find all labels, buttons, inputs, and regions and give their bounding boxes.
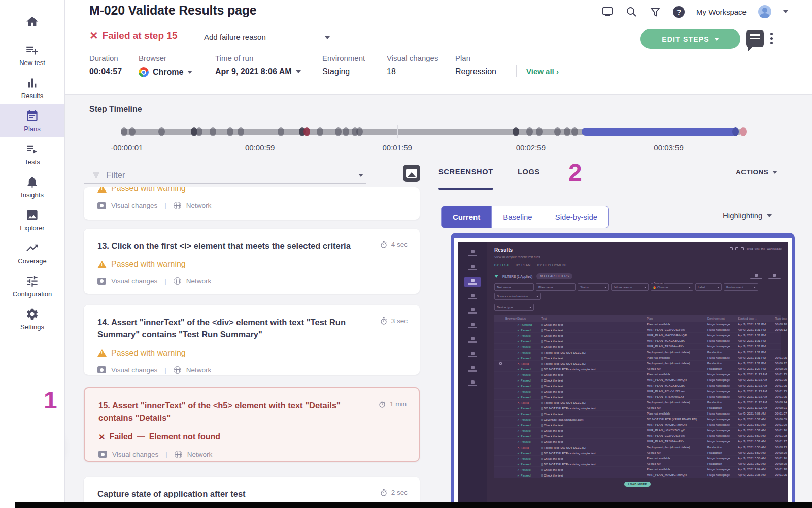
mini-funnel-icon xyxy=(494,275,498,278)
step-card-15-failed[interactable]: 15. Assert "innerText" of the <h5> eleme… xyxy=(84,387,420,462)
tab-screenshot[interactable]: SCREENSHOT xyxy=(438,168,493,176)
mini-result-row: ✓ Passed▯ Check the testPlan not availab… xyxy=(494,467,781,472)
sidebar-item-insights[interactable]: Insights xyxy=(0,170,64,203)
timeline-label: 00:03:59 xyxy=(654,143,683,152)
sidebar-item-configuration[interactable]: Configuration xyxy=(0,269,64,302)
timeline-dot[interactable] xyxy=(554,127,561,136)
sidebar-item-results[interactable]: Results xyxy=(0,71,64,104)
step-card-13[interactable]: 13. Click on the first <i> element that … xyxy=(84,229,420,294)
search-icon[interactable] xyxy=(625,6,637,18)
mini-filter-field: Plan name xyxy=(536,283,576,291)
timeline-dot[interactable] xyxy=(129,127,136,136)
timeline-dot[interactable] xyxy=(513,127,519,136)
timeline-dot[interactable] xyxy=(571,127,578,136)
actions-menu[interactable]: ACTIONS xyxy=(736,168,777,176)
step-duration: 3 sec xyxy=(380,316,408,341)
network-link[interactable]: Network xyxy=(187,451,213,458)
mini-result-row: ✓ Passed▯ Check the testMKR_PLAN_bGXCKBC… xyxy=(494,338,781,344)
kebab-menu-icon[interactable] xyxy=(770,33,773,46)
mini-filter-field: Test name xyxy=(494,283,534,291)
mini-column-header: Browser xyxy=(505,317,517,320)
timeline-dot[interactable] xyxy=(227,127,233,136)
step-card-14[interactable]: 14. Assert "innerText" of the <div> elem… xyxy=(84,305,420,375)
step-timeline xyxy=(121,125,742,138)
gear-icon xyxy=(25,307,39,321)
camera-icon xyxy=(97,366,106,373)
timeline-dot[interactable] xyxy=(536,127,543,136)
timeline-dot[interactable] xyxy=(238,127,244,136)
add-failure-reason-select[interactable]: Add failure reason xyxy=(204,33,266,41)
step-timeline-title: Step Timeline xyxy=(89,105,142,114)
timeline-dot[interactable] xyxy=(343,127,349,136)
timeline-dot[interactable] xyxy=(158,127,165,136)
sidebar-item-plans[interactable]: Plans xyxy=(0,104,64,137)
visual-changes-link[interactable]: Visual changes xyxy=(112,451,158,458)
visual-changes-link[interactable]: Visual changes xyxy=(111,366,157,374)
timeline-dot[interactable] xyxy=(196,127,202,136)
edit-steps-button[interactable]: EDIT STEPS xyxy=(640,29,740,49)
screenshot-gallery-icon[interactable] xyxy=(403,165,420,182)
step-failed-status: ✕ Failed — Element not found xyxy=(98,432,407,442)
chevron-down-icon[interactable] xyxy=(325,36,330,39)
network-link[interactable]: Network xyxy=(186,366,212,374)
filter-placeholder: Filter xyxy=(106,170,125,180)
workspace-name[interactable]: My Workspace xyxy=(696,8,747,16)
mini-result-row: ✓ Passed▯ Check the testMKR_PLAN_MACBGRt… xyxy=(494,333,781,338)
sidebar-item-new-test[interactable]: New test xyxy=(0,38,64,71)
avatar[interactable] xyxy=(758,5,771,18)
meta-duration: Duration 00:04:57 xyxy=(89,54,122,76)
tests-icon xyxy=(25,142,39,156)
view-current-button[interactable]: Current xyxy=(441,206,492,228)
mini-column-header: Environment xyxy=(707,317,725,320)
timeline-dot[interactable] xyxy=(210,127,216,136)
network-link[interactable]: Network xyxy=(186,202,212,209)
mini-column-header: Status xyxy=(517,317,526,320)
top-toolbar: ? My Workspace xyxy=(601,5,788,18)
timeline-dot[interactable] xyxy=(526,127,533,136)
sidebar-item-explorer[interactable]: Explorer xyxy=(0,203,64,236)
stopwatch-icon xyxy=(380,317,388,325)
sidebar-item-coverage[interactable]: Coverage xyxy=(0,236,64,269)
monitor-icon[interactable] xyxy=(601,6,614,18)
filter-chevron-icon[interactable] xyxy=(358,174,363,177)
failed-x-icon: ✕ xyxy=(98,432,105,442)
mini-filter-field: Label xyxy=(695,283,722,291)
active-tab-underline xyxy=(438,188,493,190)
mini-subtitle: View all of your recent test runs. xyxy=(494,255,781,259)
timeline-dot[interactable] xyxy=(732,127,739,136)
visual-changes-link[interactable]: Visual changes xyxy=(111,202,157,209)
filter-funnel-icon[interactable] xyxy=(649,6,661,18)
sidebar-item-settings[interactable]: Settings xyxy=(0,302,64,335)
screenshot-viewer[interactable]: prod_test_the_workspace Results View all… xyxy=(451,233,795,508)
sidebar-item-tests[interactable]: Tests xyxy=(0,137,64,170)
sidebar-item-home[interactable] xyxy=(0,5,64,38)
tab-logs[interactable]: LOGS xyxy=(518,168,540,176)
sidebar-label: Plans xyxy=(24,125,41,133)
workspace-chevron-icon[interactable] xyxy=(783,10,788,13)
mini-result-row: ✓ Passed▯ DO NOT DELETE- existing simple… xyxy=(494,405,781,411)
timeline-dot[interactable] xyxy=(356,127,363,136)
view-all-link[interactable]: View all › xyxy=(526,67,559,76)
meta-plan: Plan Regression xyxy=(455,54,496,76)
comments-icon[interactable] xyxy=(746,30,764,47)
mini-result-row: ✓ Passed▯ DO NOT DELETE- existing simple… xyxy=(494,450,781,456)
sidebar-label: Coverage xyxy=(18,257,46,265)
divider xyxy=(516,65,517,77)
timeline-dot[interactable] xyxy=(564,127,570,136)
view-baseline-button[interactable]: Baseline xyxy=(492,206,544,228)
timeline-dot[interactable] xyxy=(278,127,284,136)
timeline-duration-segment[interactable] xyxy=(582,128,737,136)
mini-result-row: ✓ Passed▯ Check the testMKR_PLAN_MACBGRt… xyxy=(494,377,781,383)
help-icon[interactable]: ? xyxy=(673,6,685,18)
step-filter-input[interactable]: Filter xyxy=(84,167,366,184)
visual-changes-link[interactable]: Visual changes xyxy=(111,277,157,285)
sidebar-label: Insights xyxy=(21,191,44,199)
timeline-dot[interactable] xyxy=(303,127,310,136)
stopwatch-icon xyxy=(380,489,388,497)
step-card-partial[interactable]: Passed with warning Visual changes | Net… xyxy=(84,187,420,220)
highlighting-menu[interactable]: Highlighting xyxy=(723,211,772,220)
network-link[interactable]: Network xyxy=(186,277,212,285)
timeline-dot[interactable] xyxy=(317,127,323,136)
timeline-dot[interactable] xyxy=(335,127,342,136)
view-side-by-side-button[interactable]: Side-by-side xyxy=(544,206,609,228)
